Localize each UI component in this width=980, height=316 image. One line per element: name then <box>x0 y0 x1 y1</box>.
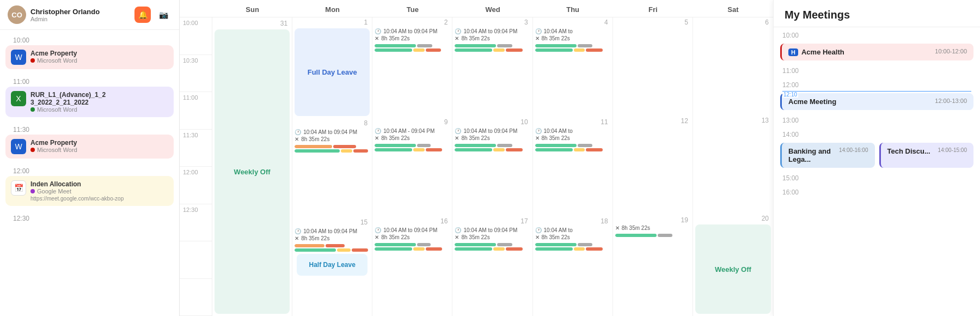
w2-tue-time-t: 10:04 AM - 09:04 PM <box>383 128 434 134</box>
w2-tue-dur: ✕8h 35m 22s <box>375 135 450 141</box>
w2-wed-bars <box>455 144 530 151</box>
date-16: 16 <box>372 216 452 225</box>
day-header-wed: Wed <box>452 5 532 14</box>
date-4: 4 <box>533 17 612 26</box>
meeting-row-1: H Acme Health <box>788 48 935 56</box>
w1-tue-dur-t: 8h 35m 22s <box>381 35 409 41</box>
time-label-1230: 12:30 <box>5 210 174 223</box>
sidebar-event-4[interactable]: 📅 Inden Allocation Google Meet https://m… <box>5 176 174 206</box>
w3-bar2 <box>295 248 370 252</box>
event-content-3: Acme Property Microsoft Word <box>30 139 168 153</box>
app-dot-3 <box>30 148 35 152</box>
time-column: 10:00 10:30 11:00 11:30 12:00 12:30 <box>180 17 212 316</box>
w3-mon-content: 🕐10:04 AM to 09:04 PM ✕8h 35m 22s <box>292 226 372 316</box>
time-slot-1230: 12:30 <box>180 204 212 242</box>
event-app-label-1: Microsoft Word <box>37 57 77 64</box>
user-role: Admin <box>30 16 100 22</box>
w3-seg3 <box>295 248 336 252</box>
w3-thu-bars <box>535 243 610 251</box>
tb1 <box>375 44 450 47</box>
t3s4 <box>413 247 425 251</box>
meeting-acme-health[interactable]: 10:00-12:00 H Acme Health <box>780 44 973 60</box>
w2ws5 <box>506 148 522 151</box>
user-info: Christopher Orlando Admin <box>30 8 100 22</box>
meetings-body: 10:00 10:00-12:00 H Acme Health 11:00 12… <box>774 27 980 316</box>
meeting-time-1100: 11:00 <box>774 63 980 77</box>
event-app-label-3: Microsoft Word <box>37 147 77 153</box>
calendar-main: Sun Mon Tue Wed Thu Fri Sat 10:00 10:30 … <box>180 0 773 316</box>
thb2 <box>535 48 610 52</box>
day-header-sun: Sun <box>212 5 292 14</box>
calendar-header: Sun Mon Tue Wed Thu Fri Sat <box>180 0 773 17</box>
date-5: 5 <box>613 17 693 26</box>
event-link-4: https://meet.google.com/wcc-akbo-zop <box>30 196 168 202</box>
meeting-time-1300: 13:00 <box>774 112 980 126</box>
sidebar-header: CO Christopher Orlando Admin 🔔 📷 <box>0 0 179 30</box>
w1-tue-bars <box>375 44 450 52</box>
w2-wed-content: 🕐10:04 AM to 09:04 PM ✕8h 35m 22s <box>452 126 532 217</box>
meeting-time-1200: 12:00 <box>774 77 980 91</box>
weekly-off-w3-sat: Weekly Off <box>695 224 771 314</box>
w3-thu-dur-t: 8h 35m 22s <box>542 234 570 240</box>
w3-fri-dur-t: 8h 35m 22s <box>622 225 650 231</box>
w3-tue-dur-t: 8h 35m 22s <box>381 234 409 240</box>
meeting-time-1500: 15:00 <box>774 170 980 184</box>
meeting-time-range-4: 14:00-15:00 <box>938 147 967 153</box>
week-wed: 3 🕐10:04 AM to 09:04 PM ✕8h 35m 22s 10 🕐… <box>452 17 532 316</box>
th2b1 <box>535 144 610 147</box>
w3-mon-time: 🕐10:04 AM to 09:04 PM <box>295 228 370 234</box>
ws4 <box>493 48 505 52</box>
sidebar-event-3[interactable]: W Acme Property Microsoft Word <box>5 135 174 159</box>
t2s2 <box>417 144 431 147</box>
t3s1 <box>375 243 416 246</box>
w2ws3 <box>455 148 492 151</box>
event-content-1: Acme Property Microsoft Word <box>30 50 168 64</box>
w3-wed-dur-t: 8h 35m 22s <box>461 234 489 240</box>
event-content-2: RUR_L1_(Advance)_1_23_2022_2_21_2022 Mic… <box>30 91 168 113</box>
seg5 <box>353 149 369 153</box>
time-marker-label: 12:10 <box>782 92 798 98</box>
sidebar-event-1[interactable]: W Acme Property Microsoft Word <box>5 45 174 69</box>
date-17: 17 <box>452 216 532 225</box>
w1-wed-bars <box>455 44 530 52</box>
w2-tue-time: 🕐10:04 AM - 09:04 PM <box>375 128 450 134</box>
date-20: 20 <box>693 214 773 222</box>
th3s3 <box>535 247 573 251</box>
fr3b1 <box>615 234 690 237</box>
w3-tue-time-t: 10:04 AM to 09:04 PM <box>383 227 437 233</box>
ts3 <box>375 48 412 52</box>
time-slot-1100: 11:00 <box>180 92 212 130</box>
w1-wed-dur: ✕8h 35m 22s <box>455 35 530 41</box>
date-15: 15 <box>292 217 372 226</box>
w3-tue-bars <box>375 243 450 251</box>
meeting-banking[interactable]: 14:00-16:00 Banking and Lega... <box>780 143 875 168</box>
ws3 <box>455 48 492 52</box>
w2-thu-time: 🕐10:04 AM to <box>535 128 610 134</box>
event-app-2: Microsoft Word <box>30 106 168 113</box>
w3-seg1 <box>295 244 324 247</box>
seg4 <box>341 149 352 153</box>
t3s3 <box>375 247 412 251</box>
notification-icon[interactable]: 🔔 <box>134 7 151 23</box>
wb1 <box>455 44 530 47</box>
event-content-4: Inden Allocation Google Meet https://mee… <box>30 180 168 202</box>
w3-fri-bars <box>615 234 690 237</box>
w2-wed-dur-t: 8h 35m 22s <box>461 135 489 141</box>
week-mon: 1 Full Day Leave 8 🕐10:04 AM to 09:04 PM… <box>292 17 372 316</box>
date-19: 19 <box>613 215 693 224</box>
w3-thu-time: 🕐10:04 AM to <box>535 227 610 233</box>
w2ws4 <box>493 148 505 151</box>
w1-tue-time-t: 10:04 AM to 09:04 PM <box>383 28 437 34</box>
w2-tue-bars <box>375 144 450 151</box>
w2-thu-content: 🕐10:04 AM to ✕8h 35m 22s <box>533 126 612 217</box>
day-header-thu: Thu <box>533 5 613 14</box>
full-day-leave: Full Day Leave <box>295 28 370 116</box>
sidebar-events: 10:00 W Acme Property Microsoft Word 11:… <box>0 30 179 316</box>
time-label-1100: 11:00 <box>5 74 174 87</box>
t3s5 <box>426 247 442 251</box>
sidebar-event-2[interactable]: X RUR_L1_(Advance)_1_23_2022_2_21_2022 M… <box>5 87 174 117</box>
camera-icon[interactable]: 📷 <box>155 7 171 23</box>
w3-fri-dur: ✕8h 35m 22s <box>615 225 690 231</box>
meeting-tech[interactable]: 14:00-15:00 Tech Discu... <box>879 143 974 168</box>
w2-wed-time: 🕐10:04 AM to 09:04 PM <box>455 128 530 134</box>
